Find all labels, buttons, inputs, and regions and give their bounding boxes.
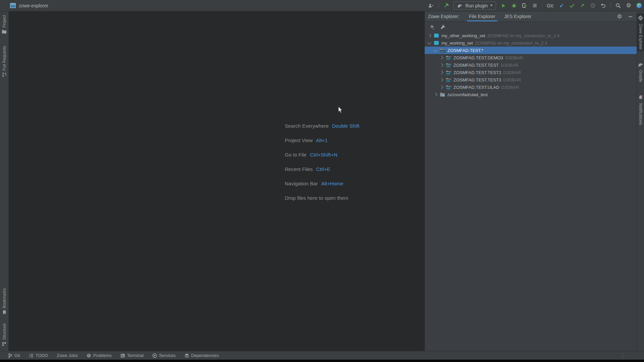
build-hammer-icon[interactable] xyxy=(443,3,449,9)
zowe-icon xyxy=(638,15,643,22)
stripe-item-pull-requests[interactable]: Pull Requests xyxy=(0,44,8,80)
stripe-item-bookmarks[interactable]: Bookmarks xyxy=(0,287,8,318)
code-with-me-icon[interactable] xyxy=(636,3,642,9)
search-everywhere-icon[interactable] xyxy=(615,3,621,9)
tree-item-detail: D3DBAR xyxy=(505,55,523,60)
tab-file-explorer[interactable]: File Explorer xyxy=(467,11,497,21)
tree-row[interactable]: DSZOSMFAD.TEST.DEMO3D3DBAR xyxy=(425,54,637,61)
run-configuration-label: Run plugin xyxy=(465,3,488,8)
tool-window-actions: ⚙ xyxy=(616,13,633,19)
statusbar-item-terminal[interactable]: Terminal xyxy=(120,353,144,358)
tree-item-name: ZOSMFAD.TEST.DEMO3 xyxy=(453,55,503,60)
chevron-right-icon[interactable] xyxy=(439,78,443,81)
stripe-item-project[interactable]: Project xyxy=(0,13,8,37)
statusbar-item-label: TODO xyxy=(36,353,48,358)
todo-list-icon xyxy=(29,354,34,358)
git-commit-icon[interactable] xyxy=(569,3,575,9)
main-toolbar: Run pluginGit:⚙ xyxy=(428,0,642,11)
stripe-item-label: Structure xyxy=(2,323,7,340)
chevron-right-icon[interactable] xyxy=(439,56,443,59)
statusbar-item-todo[interactable]: TODO xyxy=(29,353,48,358)
tool-window-tabs: File ExplorerJES Explorer xyxy=(467,11,538,21)
chevron-down-icon xyxy=(490,5,493,6)
add-button[interactable] xyxy=(429,24,435,30)
tree-item-detail: ZOSMFAD on my_connection_to_2.3 xyxy=(475,41,547,46)
stripe-item-label: Gradle xyxy=(638,70,643,82)
tree-row[interactable]: DSZOSMFAD.TEST.TEST3D3DBAR xyxy=(425,76,637,83)
right-stripe-group: Zowe ExplorerGradleNotifications xyxy=(637,11,644,127)
shortcut-keys: Double Shift xyxy=(332,123,360,129)
run-configuration-select[interactable]: Run plugin xyxy=(453,1,496,10)
statusbar-item-dependencies[interactable]: Dependencies xyxy=(184,353,219,358)
tab-jes-explorer[interactable]: JES Explorer xyxy=(502,11,534,21)
stripe-item-notifications[interactable]: Notifications xyxy=(637,93,644,127)
shortcut-hint-row: Recent FilesCtrl+E xyxy=(285,166,360,181)
tree-item-detail: ZOSMFAD on my_connection_to_2.4 xyxy=(487,33,559,38)
file-explorer-tree: my_other_working_setZOSMFAD on my_connec… xyxy=(425,32,637,351)
hide-icon[interactable] xyxy=(627,13,633,19)
chevron-right-icon[interactable] xyxy=(427,34,431,37)
shortcut-action-label: Recent Files xyxy=(285,166,313,172)
history-icon[interactable] xyxy=(590,3,596,9)
tree-row[interactable]: my_other_working_setZOSMFAD on my_connec… xyxy=(425,32,637,39)
project-folder-icon xyxy=(2,29,7,35)
settings-icon[interactable]: ⚙ xyxy=(616,13,623,19)
settings-icon[interactable]: ⚙ xyxy=(626,3,632,9)
chevron-right-icon[interactable] xyxy=(439,70,443,74)
chevron-right-icon[interactable] xyxy=(433,93,437,96)
shortcut-action-label: Drop files here to open them xyxy=(285,195,348,201)
svg-text:DS: DS xyxy=(446,72,450,74)
tree-item-name: my_other_working_set xyxy=(441,33,485,38)
statusbar-item-problems[interactable]: Problems xyxy=(87,353,112,358)
edit-working-sets-button[interactable] xyxy=(440,24,446,30)
rollback-icon[interactable] xyxy=(600,3,606,9)
stripe-item-gradle[interactable]: Gradle xyxy=(637,61,644,84)
dataset-icon: DS xyxy=(446,77,451,82)
stripe-item-structure[interactable]: Structure xyxy=(0,322,8,349)
folder-icon xyxy=(440,92,445,97)
tree-row[interactable]: DSZOSMFAD.TEST.TESTD3DBAR xyxy=(425,61,637,69)
tree-row[interactable]: DSZOSMFAD.TEST.TEST2D3DBAR xyxy=(425,69,637,76)
run-icon[interactable] xyxy=(500,3,506,9)
tool-window-toolbar xyxy=(425,22,637,32)
terminal-icon xyxy=(120,353,125,358)
shortcut-keys: Alt+Home xyxy=(321,181,343,186)
left-tool-stripe: ProjectPull Requests BookmarksStructure xyxy=(0,11,9,351)
svg-text:DS: DS xyxy=(446,65,450,67)
chevron-down-icon[interactable] xyxy=(433,48,437,52)
tree-row[interactable]: /u/zosmfad/ulad_test xyxy=(425,91,637,98)
ide-window: zowe-explorer Run pluginGit:⚙ ProjectPul… xyxy=(0,0,644,362)
chevron-right-icon[interactable] xyxy=(439,85,443,89)
status-bar-separator xyxy=(623,353,623,358)
working-set-icon xyxy=(434,33,439,38)
chevron-down-icon[interactable] xyxy=(427,41,431,44)
tool-window-title: Zowe Explorer: xyxy=(428,14,460,19)
statusbar-item-label: Dependencies xyxy=(191,353,219,358)
tree-item-detail: D3DBAR xyxy=(501,63,519,68)
statusbar-item-zowe-jobs[interactable]: Zowe Jobs xyxy=(57,353,78,358)
gradle-icon xyxy=(457,3,463,9)
user-dropdown-icon[interactable] xyxy=(428,3,434,9)
git-update-icon[interactable] xyxy=(558,3,565,9)
git-push-icon[interactable] xyxy=(579,3,585,9)
chevron-right-icon[interactable] xyxy=(439,63,443,67)
stripe-item-zowe-explorer[interactable]: Zowe Explorer xyxy=(637,13,644,51)
tree-item-detail: D3DBAR xyxy=(503,77,521,82)
tree-row[interactable]: DSZOSMFAD.TEST.ULADD3DBAR xyxy=(425,83,637,91)
statusbar-item-git[interactable]: Git xyxy=(8,353,20,358)
tree-row[interactable]: DSZOSMFAD.TEST.* xyxy=(425,47,637,54)
tree-item-name: my_working_set xyxy=(441,41,473,46)
stop-icon[interactable] xyxy=(532,3,538,9)
status-bar: GitTODOZowe JobsProblemsTerminalServices… xyxy=(0,351,644,360)
statusbar-item-services[interactable]: Services xyxy=(152,353,176,358)
statusbar-item-label: Zowe Jobs xyxy=(57,353,78,358)
statusbar-item-label: Problems xyxy=(93,353,112,358)
debug-icon[interactable] xyxy=(511,3,517,9)
tree-item-name: ZOSMFAD.TEST.TEST3 xyxy=(453,77,501,82)
gradle-icon xyxy=(638,62,644,68)
shortcut-action-label: Go to File xyxy=(285,152,307,158)
tree-row[interactable]: my_working_setZOSMFAD on my_connection_t… xyxy=(425,39,637,47)
services-icon xyxy=(152,353,157,358)
tool-window-header: Zowe Explorer: File ExplorerJES Explorer… xyxy=(425,11,637,22)
run-with-coverage-icon[interactable] xyxy=(521,3,527,9)
